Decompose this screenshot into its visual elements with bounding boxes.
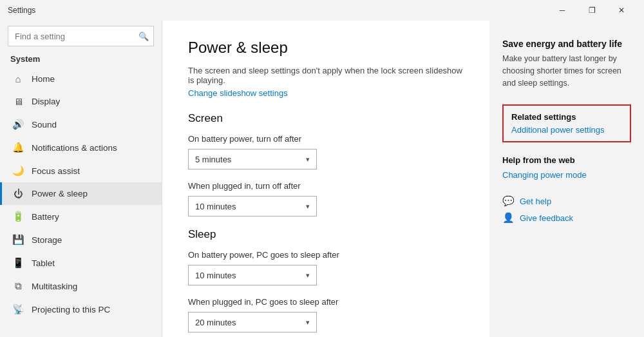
screen-section: Screen On battery power, turn off after …	[188, 112, 464, 217]
sidebar-item-label: Storage	[32, 235, 62, 245]
focus-icon: 🌙	[12, 165, 24, 177]
give-feedback-icon: 👤	[502, 212, 515, 224]
sleep-plugged-dropdown-group: When plugged in, PC goes to sleep after …	[188, 297, 464, 332]
give-feedback-link[interactable]: 👤 Give feedback	[502, 212, 631, 224]
screen-section-title: Screen	[188, 112, 464, 125]
sleep-section-title: Sleep	[188, 228, 464, 241]
chevron-down-icon: ▾	[306, 318, 310, 327]
sidebar-item-label: Display	[32, 97, 60, 106]
get-help-label: Get help	[520, 197, 551, 206]
chevron-down-icon: ▾	[306, 271, 310, 280]
app-body: 🔍 System ⌂ Home 🖥 Display 🔊 Sound 🔔 Noti…	[0, 21, 644, 337]
sleep-plugged-label: When plugged in, PC goes to sleep after	[188, 297, 464, 307]
home-icon: ⌂	[12, 73, 24, 84]
display-icon: 🖥	[12, 96, 24, 107]
get-help-link[interactable]: 💬 Get help	[502, 195, 631, 207]
sidebar-item-projecting[interactable]: 📡 Projecting to this PC	[0, 298, 162, 321]
notifications-icon: 🔔	[12, 142, 24, 153]
right-panel: Save energy and battery life Make your b…	[489, 21, 644, 337]
sleep-battery-dropdown-group: On battery power, PC goes to sleep after…	[188, 250, 464, 285]
change-slideshow-link[interactable]: Change slideshow settings	[188, 88, 288, 98]
sidebar-item-focus-assist[interactable]: 🌙 Focus assist	[0, 159, 162, 182]
help-links-section: 💬 Get help 👤 Give feedback	[502, 195, 631, 224]
chevron-down-icon: ▾	[306, 202, 310, 211]
changing-power-mode-link[interactable]: Changing power mode	[502, 170, 631, 180]
main-content: Power & sleep The screen and sleep setti…	[162, 21, 489, 337]
search-icon: 🔍	[138, 32, 149, 41]
sleep-battery-dropdown[interactable]: 10 minutes ▾	[188, 265, 317, 285]
sound-icon: 🔊	[12, 119, 24, 130]
sidebar-item-label: Battery	[32, 212, 59, 222]
save-energy-title: Save energy and battery life	[502, 39, 631, 49]
save-energy-text: Make your battery last longer by choosin…	[502, 53, 631, 89]
chevron-down-icon: ▾	[306, 155, 310, 164]
screen-battery-dropdown[interactable]: 5 minutes ▾	[188, 149, 317, 169]
window-controls: ─ ❐ ✕	[547, 0, 636, 21]
storage-icon: 💾	[12, 234, 24, 246]
additional-power-settings-link[interactable]: Additional power settings	[511, 125, 605, 135]
sleep-plugged-dropdown[interactable]: 20 minutes ▾	[188, 312, 317, 332]
sleep-battery-label: On battery power, PC goes to sleep after	[188, 250, 464, 260]
multitasking-icon: ⧉	[12, 280, 24, 292]
sidebar-item-label: Projecting to this PC	[32, 305, 110, 314]
sidebar-item-storage[interactable]: 💾 Storage	[0, 228, 162, 251]
screen-battery-label: On battery power, turn off after	[188, 134, 464, 144]
save-energy-section: Save energy and battery life Make your b…	[502, 39, 631, 89]
sidebar-item-label: Focus assist	[32, 166, 80, 176]
sidebar-item-label: Notifications & actions	[32, 143, 117, 153]
sleep-plugged-value: 20 minutes	[195, 318, 236, 327]
sidebar-item-display[interactable]: 🖥 Display	[0, 90, 162, 113]
changing-power-mode-label: Changing power mode	[502, 170, 587, 180]
slideshow-description: The screen and sleep settings don't appl…	[188, 66, 464, 85]
sidebar: 🔍 System ⌂ Home 🖥 Display 🔊 Sound 🔔 Noti…	[0, 21, 162, 337]
sleep-section: Sleep On battery power, PC goes to sleep…	[188, 228, 464, 332]
help-section-title: Help from the web	[502, 155, 631, 165]
screen-battery-dropdown-group: On battery power, turn off after 5 minut…	[188, 134, 464, 169]
related-settings-title: Related settings	[511, 112, 622, 122]
sidebar-item-battery[interactable]: 🔋 Battery	[0, 205, 162, 228]
screen-plugged-value: 10 minutes	[195, 202, 236, 211]
search-input[interactable]	[8, 26, 154, 46]
sidebar-item-label: Sound	[32, 120, 57, 130]
screen-plugged-dropdown-group: When plugged in, turn off after 10 minut…	[188, 181, 464, 217]
close-button[interactable]: ✕	[607, 0, 636, 21]
sidebar-item-tablet[interactable]: 📱 Tablet	[0, 251, 162, 274]
screen-battery-value: 5 minutes	[195, 155, 231, 164]
give-feedback-label: Give feedback	[520, 213, 573, 223]
search-container: 🔍	[8, 26, 154, 46]
help-section: Help from the web Changing power mode	[502, 155, 631, 180]
sidebar-item-label: Multitasking	[32, 282, 77, 291]
sidebar-item-home[interactable]: ⌂ Home	[0, 68, 162, 90]
screen-plugged-dropdown[interactable]: 10 minutes ▾	[188, 196, 317, 217]
app-title: Settings	[8, 6, 35, 15]
sidebar-item-sound[interactable]: 🔊 Sound	[0, 113, 162, 136]
sidebar-item-power-sleep[interactable]: ⏻ Power & sleep	[0, 182, 162, 205]
sidebar-item-label: Tablet	[32, 258, 55, 268]
screen-plugged-label: When plugged in, turn off after	[188, 181, 464, 191]
restore-button[interactable]: ❐	[577, 0, 607, 21]
power-icon: ⏻	[12, 188, 24, 199]
sidebar-item-multitasking[interactable]: ⧉ Multitasking	[0, 274, 162, 298]
sleep-battery-value: 10 minutes	[195, 271, 236, 280]
sidebar-item-label: Home	[32, 74, 55, 84]
get-help-icon: 💬	[502, 195, 515, 207]
sidebar-item-label: Power & sleep	[32, 189, 88, 198]
related-settings-box: Related settings Additional power settin…	[502, 104, 631, 142]
tablet-icon: 📱	[12, 257, 24, 269]
sidebar-section-label: System	[0, 52, 162, 68]
projecting-icon: 📡	[12, 303, 24, 315]
sidebar-item-notifications[interactable]: 🔔 Notifications & actions	[0, 136, 162, 159]
page-title: Power & sleep	[188, 39, 464, 57]
battery-icon: 🔋	[12, 211, 24, 222]
title-bar: Settings ─ ❐ ✕	[0, 0, 644, 21]
minimize-button[interactable]: ─	[547, 0, 577, 21]
